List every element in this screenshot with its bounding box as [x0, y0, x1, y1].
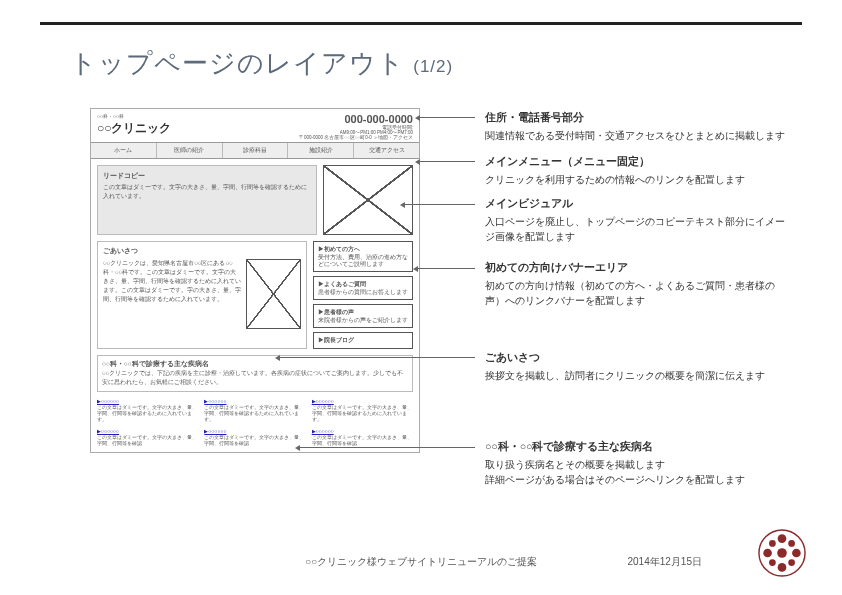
svg-point-9 [777, 548, 787, 558]
callout-arrow-icon [280, 357, 475, 358]
mock-treatments: ○○科・○○科で診療する主な疾病名 ○○クリニックでは、下記の疾病を主に診察・治… [97, 355, 413, 392]
mock-row2: ごあいさつ ○○クリニックは、愛知県名古屋市○○区にある○○科・○○科です。この… [97, 241, 413, 349]
mock-side-faq[interactable]: ▶よくあるご質問患者様からの質問にお答えします [313, 276, 413, 300]
mock-disease-columns: ▶○○○○○○この文章はダミーです。文字の大きさ、量、字間、行間等を確認するため… [97, 398, 413, 422]
annotation-block: メインビジュアル入口ページを廃止し、トップページのコピーテキスト部分にイメージ画… [485, 196, 792, 244]
mock-nav-item[interactable]: 施設紹介 [288, 143, 354, 158]
annotation-title: 住所・電話番号部分 [485, 110, 792, 126]
mock-col: ▶○○○○○○この文章はダミーです。文字の大きさ、量、字間、行間等を確認するため… [312, 398, 413, 422]
mock-side-first-time[interactable]: ▶初めての方へ受付方法、費用、治療の進め方などについてご説明します [313, 241, 413, 272]
annotation-block: メインメニュー（メニュー固定）クリニックを利用するための情報へのリンクを配置しま… [485, 154, 792, 187]
mock-tel-number: 000-000-0000 [299, 113, 413, 125]
slide-title-sub: (1/2) [413, 57, 453, 76]
annotation-block: 住所・電話番号部分関連情報である受付時間・交通アクセスをひとまとめに掲載します [485, 110, 792, 143]
annotation-body: クリニックを利用するための情報へのリンクを配置します [485, 172, 792, 187]
footer-date: 2014年12月15日 [628, 555, 703, 569]
mock-col: ▶○○○○○○この文章はダミーです。文字の大きさ、量、字間、行間等を確認 [312, 428, 413, 446]
mock-hero-text: リードコピー この文章はダミーです。文字の大きさ、量、字間、行間等を確認するため… [97, 165, 317, 235]
callout-arrow-icon [420, 117, 475, 118]
mock-body: リードコピー この文章はダミーです。文字の大きさ、量、字間、行間等を確認するため… [91, 159, 419, 452]
mock-treat-title: ○○科・○○科で診療する主な疾病名 [102, 360, 408, 369]
mock-col: ▶○○○○○○この文章はダミーです。文字の大きさ、量、字間、行間等を確認 [97, 428, 198, 446]
mock-tel-hours: 電話受付時間: AM9:00〜PM1:00 PM4:00〜PM7:00 [299, 125, 413, 135]
annotation-title: ○○科・○○科で診療する主な疾病名 [485, 439, 792, 455]
mock-greeting-image-placeholder [246, 259, 301, 329]
callout-arrow-icon [418, 268, 475, 269]
mock-hero-image-placeholder [323, 165, 413, 235]
mock-nav-item[interactable]: 交通アクセス [354, 143, 419, 158]
mock-greeting-body: ○○クリニックは、愛知県名古屋市○○区にある○○科・○○科です。この文章はダミー… [103, 259, 242, 329]
footer-credit: ○○クリニック様ウェブサイトリニューアルのご提案 [0, 555, 842, 569]
callout-arrow-icon [420, 161, 475, 162]
mock-sidebar: ▶初めての方へ受付方法、費用、治療の進め方などについてご説明します ▶よくあるご… [313, 241, 413, 349]
callout-arrow-icon [405, 204, 475, 205]
mock-nav-item[interactable]: ホーム [91, 143, 157, 158]
annotation-block: 初めての方向けバナーエリア初めての方向け情報（初めての方へ・よくあるご質問・患者… [485, 260, 792, 308]
mock-address: 〒000-0000 名古屋市○○区○○町0-0 ＞地図・アクセス [299, 135, 413, 140]
mock-greeting-title: ごあいさつ [103, 247, 301, 256]
svg-point-8 [788, 559, 795, 566]
svg-point-6 [788, 540, 795, 547]
svg-point-2 [778, 563, 787, 572]
annotation-title: メインメニュー（メニュー固定） [485, 154, 792, 170]
annotation-body: 入口ページを廃止し、トップページのコピーテキスト部分にイメージ画像を配置します [485, 214, 792, 244]
mock-side-blog[interactable]: ▶院長ブログ [313, 332, 413, 349]
callout-arrow-icon [300, 447, 475, 448]
slide-title: トップページのレイアウト (1/2) [70, 46, 453, 81]
mock-logo-block: ○○科・○○科 ○○クリニック [97, 113, 172, 140]
svg-point-4 [792, 549, 801, 558]
mock-hero-body: この文章はダミーです。文字の大きさ、量、字間、行間等を確認するために入れています… [103, 183, 311, 201]
annotation-block: ごあいさつ挨拶文を掲載し、訪問者にクリニックの概要を簡潔に伝えます [485, 350, 792, 383]
slide-top-rule [40, 22, 802, 25]
annotation-title: 初めての方向けバナーエリア [485, 260, 792, 276]
annotation-body: 取り扱う疾病名とその概要を掲載します 詳細ページがある場合はそのページへリンクを… [485, 457, 792, 487]
mock-contact-block: 000-000-0000 電話受付時間: AM9:00〜PM1:00 PM4:0… [299, 113, 413, 140]
svg-point-1 [778, 534, 787, 543]
annotation-title: メインビジュアル [485, 196, 792, 212]
svg-point-5 [769, 540, 776, 547]
mock-dept-tag: ○○科・○○科 [97, 113, 172, 119]
mock-header: ○○科・○○科 ○○クリニック 000-000-0000 電話受付時間: AM9… [91, 109, 419, 142]
annotation-body: 挨拶文を掲載し、訪問者にクリニックの概要を簡潔に伝えます [485, 368, 792, 383]
mock-col: ▶○○○○○○この文章はダミーです。文字の大きさ、量、字間、行間等を確認 [204, 428, 305, 446]
slide-title-main: トップページのレイアウト [70, 48, 405, 78]
mock-col: ▶○○○○○○この文章はダミーです。文字の大きさ、量、字間、行間等を確認するため… [97, 398, 198, 422]
annotation-title: ごあいさつ [485, 350, 792, 366]
mock-col: ▶○○○○○○この文章はダミーです。文字の大きさ、量、字間、行間等を確認するため… [204, 398, 305, 422]
mock-treat-body: ○○クリニックでは、下記の疾病を主に診察・治療しています。各疾病の症状についてご… [102, 369, 408, 387]
mock-nav: ホーム 医師の紹介 診療科目 施設紹介 交通アクセス [91, 142, 419, 159]
mock-side-voices[interactable]: ▶患者様の声来院者様からの声をご紹介します [313, 304, 413, 328]
annotation-body: 関連情報である受付時間・交通アクセスをひとまとめに掲載します [485, 128, 792, 143]
svg-point-3 [763, 549, 772, 558]
mock-disease-columns-2: ▶○○○○○○この文章はダミーです。文字の大きさ、量、字間、行間等を確認 ▶○○… [97, 428, 413, 446]
svg-point-7 [769, 559, 776, 566]
mock-hero: リードコピー この文章はダミーです。文字の大きさ、量、字間、行間等を確認するため… [97, 165, 413, 235]
mock-lead-copy: リードコピー [103, 171, 311, 181]
annotation-block: ○○科・○○科で診療する主な疾病名取り扱う疾病名とその概要を掲載します 詳細ペー… [485, 439, 792, 487]
mock-nav-item[interactable]: 医師の紹介 [157, 143, 223, 158]
mock-clinic-name: ○○クリニック [97, 120, 172, 137]
website-wireframe: ○○科・○○科 ○○クリニック 000-000-0000 電話受付時間: AM9… [90, 108, 420, 453]
seal-icon [758, 529, 806, 577]
mock-greeting: ごあいさつ ○○クリニックは、愛知県名古屋市○○区にある○○科・○○科です。この… [97, 241, 307, 349]
annotation-body: 初めての方向け情報（初めての方へ・よくあるご質問・患者様の声）へのリンクバナーを… [485, 278, 792, 308]
mock-nav-item[interactable]: 診療科目 [223, 143, 289, 158]
